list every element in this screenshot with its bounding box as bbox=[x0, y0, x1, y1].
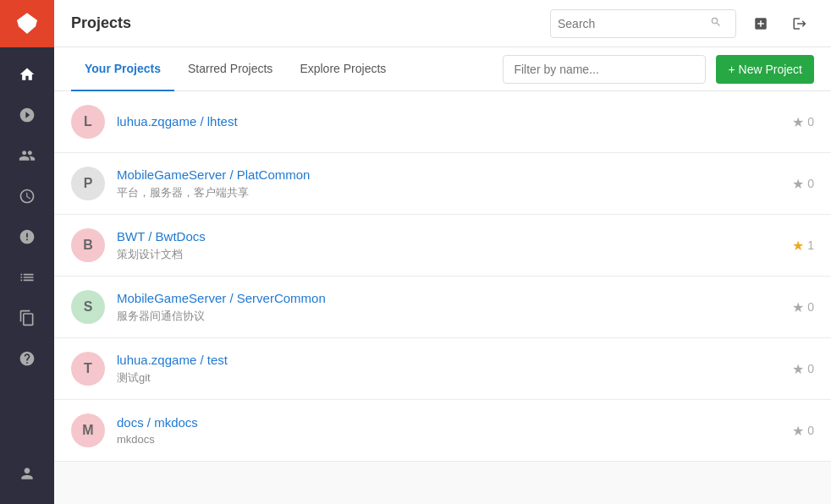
star-count: 0 bbox=[807, 177, 814, 190]
star-count: 0 bbox=[807, 362, 814, 375]
tab-explore-projects[interactable]: Explore Projects bbox=[286, 47, 399, 91]
project-name[interactable]: MobileGameServer / ServerCommon bbox=[117, 291, 326, 305]
project-item: BBWT / BwtDocs策划设计文档★1 bbox=[54, 215, 831, 277]
star-icon: ★ bbox=[792, 299, 804, 315]
sidebar-bottom bbox=[0, 453, 54, 504]
project-info: MobileGameServer / ServerCommon服务器间通信协议 bbox=[117, 291, 780, 324]
project-description: mkdocs bbox=[117, 433, 780, 446]
avatar: S bbox=[71, 290, 105, 324]
project-description: 策划设计文档 bbox=[117, 247, 780, 262]
project-item: SMobileGameServer / ServerCommon服务器间通信协议… bbox=[54, 277, 831, 338]
search-box[interactable] bbox=[550, 9, 736, 38]
tab-starred-projects[interactable]: Starred Projects bbox=[174, 47, 286, 91]
star-icon: ★ bbox=[792, 238, 804, 254]
project-info: luhua.zqgame / lhtest bbox=[117, 114, 780, 129]
project-star[interactable]: ★0 bbox=[792, 299, 814, 315]
filter-input[interactable] bbox=[503, 55, 706, 84]
project-info: BWT / BwtDocs策划设计文档 bbox=[117, 229, 780, 262]
sidebar-item-user[interactable] bbox=[0, 453, 54, 494]
project-name[interactable]: luhua.zqgame / test bbox=[117, 353, 228, 367]
sidebar-logo[interactable] bbox=[0, 0, 54, 47]
star-count: 0 bbox=[807, 115, 814, 129]
star-icon: ★ bbox=[792, 423, 804, 439]
avatar: P bbox=[71, 167, 105, 200]
project-list: Lluhua.zqgame / lhtest★0PMobileGameServe… bbox=[54, 91, 831, 462]
avatar: L bbox=[71, 105, 105, 139]
tab-your-projects[interactable]: Your Projects bbox=[71, 47, 174, 91]
star-count: 1 bbox=[807, 238, 814, 252]
project-description: 平台，服务器，客户端共享 bbox=[117, 185, 780, 200]
project-description: 服务器间通信协议 bbox=[117, 309, 780, 324]
project-item: Lluhua.zqgame / lhtest★0 bbox=[54, 91, 831, 153]
new-project-button[interactable]: + New Project bbox=[716, 55, 814, 84]
search-icon bbox=[710, 16, 722, 30]
star-icon: ★ bbox=[792, 361, 804, 377]
project-info: docs / mkdocsmkdocs bbox=[117, 415, 780, 446]
header: Projects bbox=[54, 0, 831, 47]
project-description: 测试git bbox=[117, 370, 780, 386]
project-info: luhua.zqgame / test测试git bbox=[117, 353, 780, 386]
sidebar-item-copy[interactable] bbox=[0, 298, 54, 338]
project-star[interactable]: ★0 bbox=[792, 361, 814, 377]
sidebar-item-clock[interactable] bbox=[0, 176, 54, 216]
project-item: Mdocs / mkdocsmkdocs★0 bbox=[54, 400, 831, 462]
project-star[interactable]: ★0 bbox=[792, 423, 814, 439]
star-icon: ★ bbox=[792, 176, 804, 192]
avatar: T bbox=[71, 352, 105, 386]
project-name[interactable]: MobileGameServer / PlatCommon bbox=[117, 167, 310, 182]
signout-icon-button[interactable] bbox=[785, 9, 814, 38]
sidebar-item-help[interactable] bbox=[0, 338, 54, 379]
avatar: B bbox=[71, 228, 105, 262]
project-star[interactable]: ★0 bbox=[792, 114, 814, 130]
main-area: Projects Your Projects Starred Projects … bbox=[54, 0, 831, 504]
sidebar-item-home[interactable] bbox=[0, 54, 54, 95]
sidebar-item-groups[interactable] bbox=[0, 135, 54, 176]
sidebar-item-activity[interactable] bbox=[0, 95, 54, 135]
avatar: M bbox=[71, 414, 105, 447]
sidebar bbox=[0, 0, 54, 504]
sidebar-item-alert[interactable] bbox=[0, 216, 54, 257]
project-name[interactable]: docs / mkdocs bbox=[117, 415, 198, 430]
project-info: MobileGameServer / PlatCommon平台，服务器，客户端共… bbox=[117, 167, 780, 200]
tab-bar: Your Projects Starred Projects Explore P… bbox=[54, 47, 831, 91]
project-name[interactable]: BWT / BwtDocs bbox=[117, 229, 206, 244]
sidebar-item-list[interactable] bbox=[0, 257, 54, 298]
star-count: 0 bbox=[807, 300, 814, 314]
star-count: 0 bbox=[807, 424, 814, 437]
project-item: PMobileGameServer / PlatCommon平台，服务器，客户端… bbox=[54, 153, 831, 215]
sidebar-nav bbox=[0, 47, 54, 453]
add-icon-button[interactable] bbox=[746, 9, 775, 38]
project-item: Tluhua.zqgame / test测试git★0 bbox=[54, 338, 831, 400]
page-title: Projects bbox=[71, 14, 131, 32]
search-input[interactable] bbox=[558, 17, 710, 30]
content-area: Your Projects Starred Projects Explore P… bbox=[54, 47, 831, 504]
project-name[interactable]: luhua.zqgame / lhtest bbox=[117, 114, 238, 129]
star-icon: ★ bbox=[792, 114, 804, 130]
project-star[interactable]: ★1 bbox=[792, 238, 814, 254]
project-star[interactable]: ★0 bbox=[792, 176, 814, 192]
